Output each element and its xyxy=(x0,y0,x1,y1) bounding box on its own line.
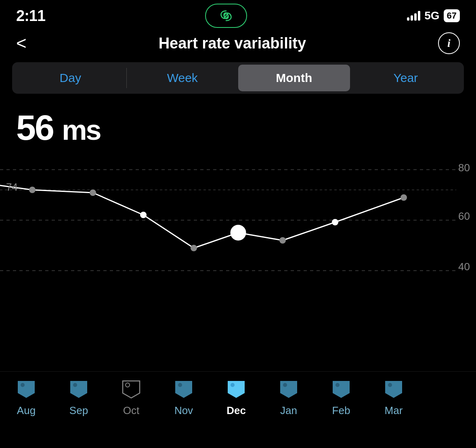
svg-point-10 xyxy=(336,383,340,387)
month-scroll-bar: Aug Sep Oct Nov Dec xyxy=(0,371,476,448)
y-label-74: 74 xyxy=(6,181,18,194)
month-oct[interactable]: Oct xyxy=(105,378,157,417)
tag-sep xyxy=(67,378,90,401)
signal-bars xyxy=(407,11,420,21)
month-feb[interactable]: Feb xyxy=(315,378,367,417)
point-feb xyxy=(332,219,338,225)
label-feb: Feb xyxy=(332,404,350,417)
tab-week[interactable]: Week xyxy=(127,65,239,91)
tab-selector: Day Week Month Year xyxy=(12,62,464,94)
hrv-value: 56 ms xyxy=(16,110,460,145)
label-nov: Nov xyxy=(174,404,193,417)
y-label-80: 80 xyxy=(458,162,470,174)
status-center xyxy=(205,4,247,28)
label-aug: Aug xyxy=(17,404,36,417)
point-aug xyxy=(29,187,35,193)
y-label-60: 60 xyxy=(458,210,470,223)
chart-svg xyxy=(0,158,476,327)
tab-month[interactable]: Month xyxy=(238,65,350,91)
tab-day[interactable]: Day xyxy=(15,65,126,91)
tag-jan xyxy=(277,378,300,401)
chart-container: 74 80 60 40 xyxy=(0,158,476,327)
month-nov[interactable]: Nov xyxy=(157,378,210,417)
point-oct xyxy=(140,212,146,218)
page-title: Heart rate variability xyxy=(35,35,430,52)
label-oct: Oct xyxy=(123,404,139,417)
label-sep: Sep xyxy=(69,404,88,417)
svg-point-8 xyxy=(231,383,235,387)
month-mar[interactable]: Mar xyxy=(367,378,420,417)
svg-point-5 xyxy=(73,383,77,387)
month-jan[interactable]: Jan xyxy=(262,378,315,417)
month-aug[interactable]: Aug xyxy=(0,378,52,417)
app-pill[interactable] xyxy=(205,4,247,28)
app-icon xyxy=(218,8,234,24)
tag-dec xyxy=(224,378,248,401)
svg-point-11 xyxy=(388,383,392,387)
point-mar xyxy=(401,195,407,200)
back-button[interactable]: < xyxy=(16,34,27,52)
value-display: 56 ms xyxy=(0,102,476,149)
info-button[interactable]: i xyxy=(438,32,460,54)
label-dec: Dec xyxy=(226,404,246,417)
month-sep[interactable]: Sep xyxy=(52,378,105,417)
svg-point-7 xyxy=(178,383,182,387)
tag-nov xyxy=(172,378,195,401)
tag-oct xyxy=(120,378,143,401)
status-bar: 2:11 5G 67 xyxy=(0,0,476,28)
point-dec-active xyxy=(231,225,245,240)
tab-year[interactable]: Year xyxy=(350,65,462,91)
y-label-40: 40 xyxy=(458,261,470,273)
month-dec[interactable]: Dec xyxy=(210,378,262,417)
tag-feb xyxy=(329,378,353,401)
network-type: 5G xyxy=(424,9,439,22)
svg-point-9 xyxy=(283,383,287,387)
header: < Heart rate variability i xyxy=(0,28,476,62)
point-sep xyxy=(90,190,96,196)
label-jan: Jan xyxy=(280,404,297,417)
svg-point-6 xyxy=(126,383,130,387)
tag-mar xyxy=(382,378,405,401)
status-right: 5G 67 xyxy=(407,9,460,22)
point-nov xyxy=(191,245,197,251)
tag-aug xyxy=(15,378,38,401)
battery-indicator: 67 xyxy=(444,9,460,22)
label-mar: Mar xyxy=(385,404,403,417)
point-jan xyxy=(280,238,285,243)
svg-point-4 xyxy=(21,383,25,387)
status-time: 2:11 xyxy=(16,7,45,25)
